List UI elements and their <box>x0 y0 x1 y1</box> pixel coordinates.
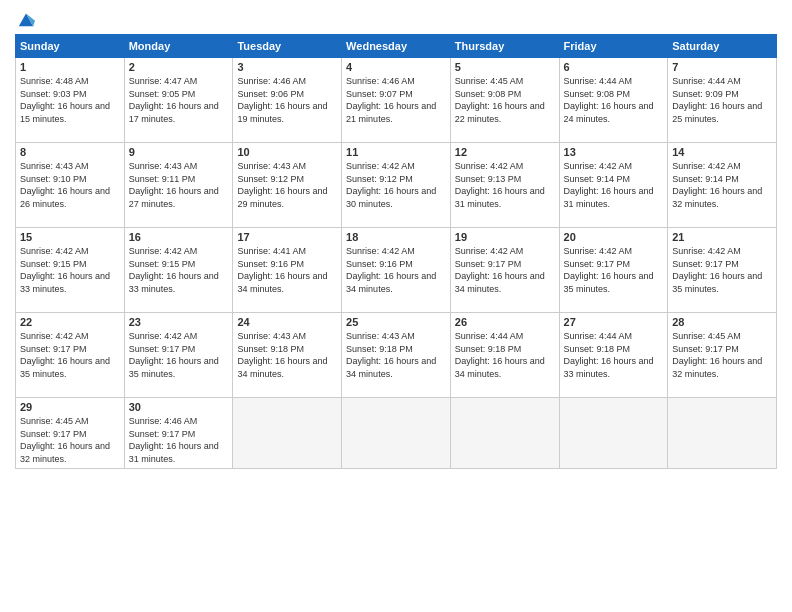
day-info: Sunrise: 4:42 AM Sunset: 9:17 PM Dayligh… <box>455 245 555 295</box>
day-info: Sunrise: 4:45 AM Sunset: 9:17 PM Dayligh… <box>672 330 772 380</box>
calendar-cell: 5 Sunrise: 4:45 AM Sunset: 9:08 PM Dayli… <box>450 58 559 143</box>
calendar-cell: 26 Sunrise: 4:44 AM Sunset: 9:18 PM Dayl… <box>450 313 559 398</box>
day-number: 15 <box>20 231 120 243</box>
day-number: 3 <box>237 61 337 73</box>
day-info: Sunrise: 4:47 AM Sunset: 9:05 PM Dayligh… <box>129 75 229 125</box>
day-info: Sunrise: 4:43 AM Sunset: 9:10 PM Dayligh… <box>20 160 120 210</box>
calendar-cell: 17 Sunrise: 4:41 AM Sunset: 9:16 PM Dayl… <box>233 228 342 313</box>
day-info: Sunrise: 4:48 AM Sunset: 9:03 PM Dayligh… <box>20 75 120 125</box>
day-number: 6 <box>564 61 664 73</box>
calendar-cell <box>559 398 668 469</box>
calendar-cell: 28 Sunrise: 4:45 AM Sunset: 9:17 PM Dayl… <box>668 313 777 398</box>
day-info: Sunrise: 4:43 AM Sunset: 9:18 PM Dayligh… <box>237 330 337 380</box>
day-number: 10 <box>237 146 337 158</box>
day-info: Sunrise: 4:42 AM Sunset: 9:17 PM Dayligh… <box>564 245 664 295</box>
day-number: 5 <box>455 61 555 73</box>
day-info: Sunrise: 4:41 AM Sunset: 9:16 PM Dayligh… <box>237 245 337 295</box>
day-number: 18 <box>346 231 446 243</box>
calendar-cell: 7 Sunrise: 4:44 AM Sunset: 9:09 PM Dayli… <box>668 58 777 143</box>
day-info: Sunrise: 4:42 AM Sunset: 9:17 PM Dayligh… <box>672 245 772 295</box>
calendar-cell: 22 Sunrise: 4:42 AM Sunset: 9:17 PM Dayl… <box>16 313 125 398</box>
calendar-cell: 16 Sunrise: 4:42 AM Sunset: 9:15 PM Dayl… <box>124 228 233 313</box>
day-info: Sunrise: 4:44 AM Sunset: 9:09 PM Dayligh… <box>672 75 772 125</box>
calendar-cell <box>668 398 777 469</box>
calendar-cell <box>342 398 451 469</box>
day-info: Sunrise: 4:42 AM Sunset: 9:13 PM Dayligh… <box>455 160 555 210</box>
day-number: 17 <box>237 231 337 243</box>
day-info: Sunrise: 4:42 AM Sunset: 9:15 PM Dayligh… <box>129 245 229 295</box>
col-monday: Monday <box>124 35 233 58</box>
calendar-cell: 14 Sunrise: 4:42 AM Sunset: 9:14 PM Dayl… <box>668 143 777 228</box>
calendar-cell: 29 Sunrise: 4:45 AM Sunset: 9:17 PM Dayl… <box>16 398 125 469</box>
day-info: Sunrise: 4:44 AM Sunset: 9:18 PM Dayligh… <box>564 330 664 380</box>
day-number: 24 <box>237 316 337 328</box>
day-info: Sunrise: 4:45 AM Sunset: 9:17 PM Dayligh… <box>20 415 120 465</box>
day-info: Sunrise: 4:43 AM Sunset: 9:11 PM Dayligh… <box>129 160 229 210</box>
calendar-cell <box>233 398 342 469</box>
day-info: Sunrise: 4:42 AM Sunset: 9:17 PM Dayligh… <box>129 330 229 380</box>
logo-icon <box>17 10 35 28</box>
day-number: 12 <box>455 146 555 158</box>
day-info: Sunrise: 4:42 AM Sunset: 9:14 PM Dayligh… <box>672 160 772 210</box>
col-friday: Friday <box>559 35 668 58</box>
logo <box>15 10 35 28</box>
day-number: 27 <box>564 316 664 328</box>
page: Sunday Monday Tuesday Wednesday Thursday… <box>0 0 792 612</box>
calendar-cell: 12 Sunrise: 4:42 AM Sunset: 9:13 PM Dayl… <box>450 143 559 228</box>
calendar-cell: 13 Sunrise: 4:42 AM Sunset: 9:14 PM Dayl… <box>559 143 668 228</box>
day-number: 9 <box>129 146 229 158</box>
day-number: 2 <box>129 61 229 73</box>
calendar-cell: 27 Sunrise: 4:44 AM Sunset: 9:18 PM Dayl… <box>559 313 668 398</box>
calendar-cell: 21 Sunrise: 4:42 AM Sunset: 9:17 PM Dayl… <box>668 228 777 313</box>
day-info: Sunrise: 4:44 AM Sunset: 9:08 PM Dayligh… <box>564 75 664 125</box>
day-number: 8 <box>20 146 120 158</box>
col-sunday: Sunday <box>16 35 125 58</box>
day-info: Sunrise: 4:46 AM Sunset: 9:06 PM Dayligh… <box>237 75 337 125</box>
day-info: Sunrise: 4:42 AM Sunset: 9:15 PM Dayligh… <box>20 245 120 295</box>
day-info: Sunrise: 4:42 AM Sunset: 9:14 PM Dayligh… <box>564 160 664 210</box>
day-number: 19 <box>455 231 555 243</box>
day-info: Sunrise: 4:45 AM Sunset: 9:08 PM Dayligh… <box>455 75 555 125</box>
day-number: 25 <box>346 316 446 328</box>
day-info: Sunrise: 4:42 AM Sunset: 9:17 PM Dayligh… <box>20 330 120 380</box>
calendar-table: Sunday Monday Tuesday Wednesday Thursday… <box>15 34 777 469</box>
calendar-cell: 3 Sunrise: 4:46 AM Sunset: 9:06 PM Dayli… <box>233 58 342 143</box>
day-number: 21 <box>672 231 772 243</box>
calendar-cell: 25 Sunrise: 4:43 AM Sunset: 9:18 PM Dayl… <box>342 313 451 398</box>
calendar-cell <box>450 398 559 469</box>
calendar-cell: 15 Sunrise: 4:42 AM Sunset: 9:15 PM Dayl… <box>16 228 125 313</box>
calendar-cell: 10 Sunrise: 4:43 AM Sunset: 9:12 PM Dayl… <box>233 143 342 228</box>
calendar-cell: 8 Sunrise: 4:43 AM Sunset: 9:10 PM Dayli… <box>16 143 125 228</box>
day-info: Sunrise: 4:46 AM Sunset: 9:07 PM Dayligh… <box>346 75 446 125</box>
calendar-cell: 19 Sunrise: 4:42 AM Sunset: 9:17 PM Dayl… <box>450 228 559 313</box>
calendar-cell: 1 Sunrise: 4:48 AM Sunset: 9:03 PM Dayli… <box>16 58 125 143</box>
day-number: 1 <box>20 61 120 73</box>
day-number: 26 <box>455 316 555 328</box>
calendar-cell: 6 Sunrise: 4:44 AM Sunset: 9:08 PM Dayli… <box>559 58 668 143</box>
day-number: 13 <box>564 146 664 158</box>
day-number: 23 <box>129 316 229 328</box>
day-number: 20 <box>564 231 664 243</box>
col-tuesday: Tuesday <box>233 35 342 58</box>
day-info: Sunrise: 4:42 AM Sunset: 9:12 PM Dayligh… <box>346 160 446 210</box>
calendar-header-row: Sunday Monday Tuesday Wednesday Thursday… <box>16 35 777 58</box>
day-number: 30 <box>129 401 229 413</box>
calendar-cell: 9 Sunrise: 4:43 AM Sunset: 9:11 PM Dayli… <box>124 143 233 228</box>
day-number: 29 <box>20 401 120 413</box>
day-number: 16 <box>129 231 229 243</box>
calendar-cell: 11 Sunrise: 4:42 AM Sunset: 9:12 PM Dayl… <box>342 143 451 228</box>
day-number: 4 <box>346 61 446 73</box>
day-info: Sunrise: 4:43 AM Sunset: 9:12 PM Dayligh… <box>237 160 337 210</box>
day-number: 7 <box>672 61 772 73</box>
calendar-cell: 18 Sunrise: 4:42 AM Sunset: 9:16 PM Dayl… <box>342 228 451 313</box>
calendar-cell: 4 Sunrise: 4:46 AM Sunset: 9:07 PM Dayli… <box>342 58 451 143</box>
day-info: Sunrise: 4:44 AM Sunset: 9:18 PM Dayligh… <box>455 330 555 380</box>
col-saturday: Saturday <box>668 35 777 58</box>
calendar-cell: 20 Sunrise: 4:42 AM Sunset: 9:17 PM Dayl… <box>559 228 668 313</box>
day-number: 22 <box>20 316 120 328</box>
day-info: Sunrise: 4:43 AM Sunset: 9:18 PM Dayligh… <box>346 330 446 380</box>
header <box>15 10 777 28</box>
day-info: Sunrise: 4:42 AM Sunset: 9:16 PM Dayligh… <box>346 245 446 295</box>
col-wednesday: Wednesday <box>342 35 451 58</box>
calendar-cell: 30 Sunrise: 4:46 AM Sunset: 9:17 PM Dayl… <box>124 398 233 469</box>
